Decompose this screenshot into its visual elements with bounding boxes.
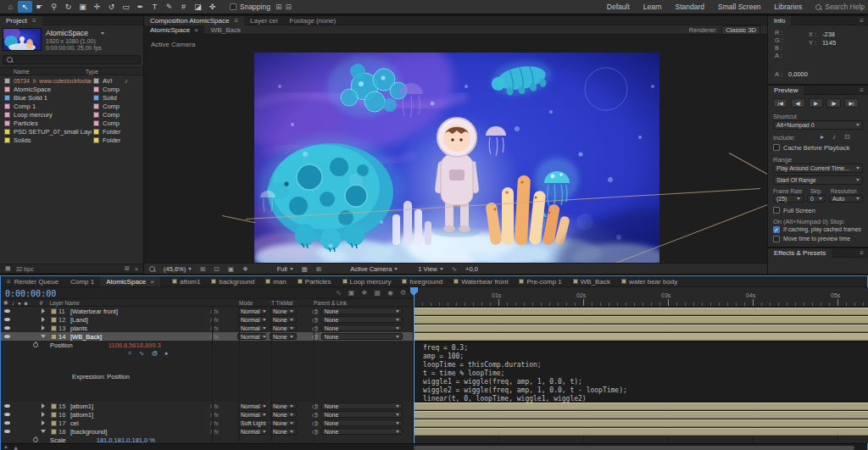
layer-color-swatch[interactable] — [51, 429, 57, 435]
hide-shy-icon[interactable]: ❖ — [361, 289, 367, 297]
project-row[interactable]: Comp 1 Comp — [0, 102, 143, 110]
tab-info[interactable]: Info — [768, 16, 791, 25]
item-name[interactable]: Blue Solid 1 — [14, 94, 92, 102]
graph-editor-icon[interactable]: ⚙ — [400, 289, 406, 297]
include-overlays-icon[interactable]: ⊡ — [844, 133, 850, 141]
layer-switches[interactable]: /fx — [210, 427, 237, 436]
rotation-tool-icon[interactable]: ↺ — [104, 1, 119, 13]
stopwatch-icon[interactable] — [33, 342, 38, 347]
trkmat-select[interactable]: None — [270, 325, 297, 331]
layer-columns-header[interactable]: ◉ ♪ ● ■ # Layer Name Mode T TrkMat Paren… — [1, 298, 414, 307]
play-cached-frames-checkbox[interactable]: ✓ — [773, 226, 780, 233]
layer-row-16[interactable]: 16 [attom1] /fx Normal None @None — [1, 410, 414, 419]
exposure-value[interactable]: +0,0 — [465, 265, 478, 273]
eye-icon[interactable] — [4, 404, 10, 408]
comp-button-water-bear-body[interactable]: water bear body — [621, 278, 677, 286]
expression-pickwhip-icon[interactable]: @ — [152, 350, 158, 357]
workspace-small-screen[interactable]: Small Screen — [718, 3, 761, 11]
layer-duration-bar[interactable] — [414, 308, 868, 315]
disclosure-triangle-icon[interactable] — [42, 325, 45, 331]
close-icon[interactable]: × — [194, 26, 198, 34]
layer-color-swatch[interactable] — [51, 420, 57, 426]
snapshot-icon[interactable]: ▣ — [228, 265, 234, 273]
layer-name[interactable]: [attom1] — [70, 402, 210, 410]
blend-mode-select[interactable]: Normal — [237, 403, 266, 409]
item-name[interactable]: Particles — [14, 119, 92, 127]
last-frame-button[interactable]: ▶| — [844, 98, 859, 108]
layer-color-swatch[interactable] — [51, 334, 57, 340]
play-from-select[interactable]: Start Of Range — [773, 175, 863, 185]
project-row[interactable]: Blue Solid 1 Solid — [0, 93, 143, 102]
expression-graph-icon[interactable]: ∿ — [139, 350, 144, 357]
label-color-swatch[interactable] — [93, 137, 99, 143]
project-list-header[interactable]: Name Type — [0, 67, 143, 75]
column-header-type[interactable]: Type — [86, 69, 98, 75]
eye-icon[interactable] — [4, 421, 10, 425]
draft-3d-icon[interactable]: ▣ — [348, 289, 355, 297]
layer-row-13[interactable]: 13 plants /fx Normal None @None — [1, 324, 414, 332]
skip-select[interactable]: 0 — [807, 195, 826, 203]
comp-button-waterbear-front[interactable]: Waterbear front — [453, 278, 508, 286]
position-value[interactable]: 1106.6,5618,899.3 — [108, 342, 161, 349]
layer-color-swatch[interactable] — [51, 325, 57, 331]
current-time-field[interactable]: 0:00:00:00 — [5, 289, 56, 298]
brush-tool-icon[interactable]: ✎ — [162, 1, 176, 13]
first-frame-button[interactable]: |◀ — [773, 98, 787, 108]
layer-duration-bar[interactable] — [414, 419, 868, 427]
disclosure-triangle-icon[interactable] — [42, 403, 45, 408]
layer-name[interactable]: [Land] — [70, 315, 210, 324]
label-color-swatch[interactable] — [93, 112, 99, 118]
expression-code[interactable]: freq = 0.3; amp = 100; loopTime = thisCo… — [423, 344, 860, 403]
layer-name[interactable]: [Waterbear front] — [70, 307, 210, 315]
pen-tool-icon[interactable]: ✒ — [133, 1, 147, 13]
frame-blend-icon[interactable]: ▦ — [374, 289, 381, 297]
label-color-swatch[interactable] — [93, 86, 99, 92]
resolution-select[interactable]: Auto — [829, 195, 863, 203]
pan-tool-icon[interactable]: ✛ — [90, 1, 104, 13]
layer-duration-bar-selected[interactable] — [414, 333, 868, 341]
snap-edges-icon[interactable]: ⊞ — [275, 3, 282, 11]
expression-row-label[interactable]: Expression: Position — [72, 373, 130, 381]
tab-comp-1[interactable]: Comp 1 — [64, 276, 100, 286]
exposure-icon[interactable]: ∿ — [452, 265, 457, 273]
layer-color-swatch[interactable] — [51, 403, 57, 409]
project-row[interactable]: Loop mercury Comp — [0, 110, 143, 119]
comp-button-attom1[interactable]: attom1 — [172, 278, 200, 286]
zoom-out-mountain-icon[interactable]: ▲ — [3, 444, 8, 449]
parent-column-header[interactable]: Parent & Link — [314, 300, 414, 306]
home-tool-icon[interactable]: ⌂ — [3, 1, 18, 13]
item-name[interactable]: Loop mercury — [14, 111, 92, 119]
orbit-tool-icon[interactable]: ↻ — [61, 1, 75, 13]
comp-button-foreground[interactable]: foreground — [402, 278, 442, 286]
time-ruler[interactable]: 01s 02s 03s 04s 05s — [414, 287, 868, 307]
camera-select[interactable]: Active Camera — [350, 265, 398, 273]
color-depth-button[interactable]: 32 bpc — [16, 266, 34, 272]
layer-row-18[interactable]: 18 [background] /fx Normal None @None — [1, 427, 414, 436]
workspace-default[interactable]: Default — [607, 3, 630, 11]
name-column-header[interactable]: Layer Name — [49, 300, 79, 306]
parent-select[interactable]: None — [321, 333, 403, 340]
layer-row-14-selected[interactable]: 14 [WB_Back] /fx Normal None @None — [1, 332, 414, 341]
layer-name[interactable]: plants — [70, 324, 210, 332]
eye-icon[interactable] — [4, 430, 10, 433]
comp-button-background[interactable]: background — [211, 278, 254, 286]
layer-switches[interactable]: /fx — [210, 332, 237, 341]
eye-icon[interactable] — [4, 326, 10, 330]
layer-name[interactable]: [WB_Back] — [70, 332, 210, 341]
parent-select[interactable]: None — [321, 316, 403, 323]
composition-viewport-artwork[interactable] — [254, 53, 659, 263]
transparency-grid-icon[interactable]: ⊞ — [316, 265, 321, 273]
help-search[interactable]: Search Help — [815, 3, 865, 11]
trkmat-select[interactable]: None — [270, 403, 297, 409]
project-row[interactable]: Particles Comp — [0, 119, 143, 127]
tab-effects-presets[interactable]: Effects & Presets — [768, 248, 832, 258]
eye-icon[interactable] — [4, 413, 10, 416]
layer-name[interactable]: cel — [70, 419, 210, 427]
interpret-footage-icon[interactable]: ▦ — [5, 265, 11, 272]
disclosure-triangle-icon[interactable] — [42, 317, 45, 322]
stopwatch-icon[interactable] — [33, 437, 38, 442]
full-screen-checkbox[interactable] — [773, 207, 780, 214]
item-name[interactable]: Comp 1 — [14, 103, 92, 110]
label-color-swatch[interactable] — [93, 95, 99, 101]
panel-menu-icon[interactable]: ≡ — [32, 17, 36, 25]
